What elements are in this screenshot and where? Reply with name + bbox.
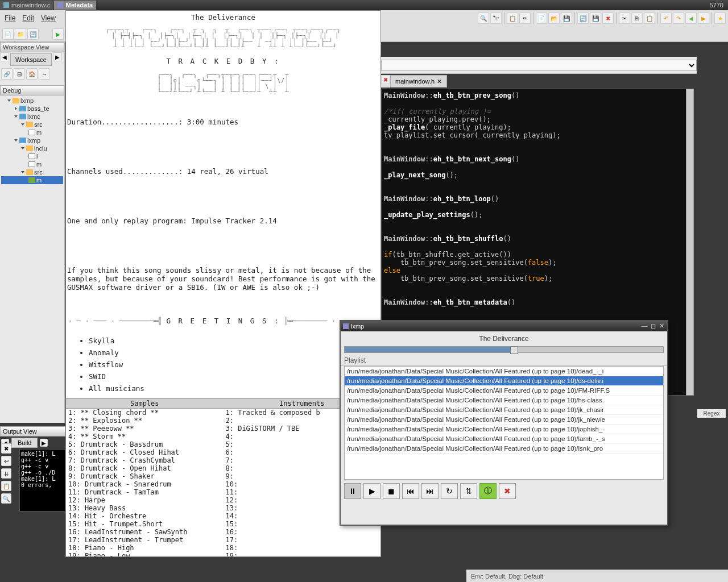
playlist-header: Playlist: [341, 355, 667, 366]
menu-file[interactable]: File: [5, 14, 15, 22]
lxmp-titlebar[interactable]: lxmp — ◻ ✕: [341, 321, 667, 331]
soundcard-note: If you think this song sounds slissy or …: [67, 266, 379, 292]
play-icon[interactable]: ▶: [52, 28, 64, 40]
table-row: 7: Drumtrack - CrashCymbal: [66, 456, 224, 464]
table-row: 18: Piano - High: [66, 544, 224, 552]
table-row: 8: Drumtrack - Open Hihat: [66, 464, 224, 472]
open-folder-icon[interactable]: 📂: [548, 13, 560, 24]
clear-icon[interactable]: ✖: [1, 443, 11, 454]
menu-view[interactable]: View: [41, 14, 56, 22]
back-icon[interactable]: ◀: [685, 13, 697, 24]
close-icon[interactable]: ✖: [602, 13, 614, 24]
app-icon: [57, 2, 63, 8]
build-output: make[1]: Lg++ -c vg++ -c vg++ -o ./Dmake…: [19, 449, 65, 512]
project-tree[interactable]: lxmp bass_te lxmc src m lxmp inclu l m s…: [0, 95, 64, 185]
forward-icon[interactable]: ▶: [698, 13, 709, 24]
paste-icon[interactable]: 📋: [644, 13, 655, 24]
symbol-dropdown-row: [381, 57, 697, 74]
play-button[interactable]: ▶: [363, 483, 380, 499]
debug-header: Debug: [0, 85, 64, 95]
metadata-button[interactable]: ⓘ: [479, 483, 497, 499]
loop-button[interactable]: ↻: [441, 483, 458, 499]
search-icon[interactable]: 🔍: [478, 13, 489, 24]
table-row: 13: Heavy Bass: [66, 504, 224, 512]
redo-icon[interactable]: ↷: [673, 13, 684, 24]
new-icon[interactable]: 📄: [2, 28, 14, 40]
bookmark-icon[interactable]: ★: [714, 13, 726, 24]
paste-icon[interactable]: 📋: [1, 481, 11, 491]
minimize-icon[interactable]: —: [641, 323, 648, 330]
close-icon[interactable]: ✕: [658, 323, 665, 330]
editor-tab[interactable]: mainwindow.h✕: [390, 75, 447, 88]
prev-button[interactable]: ⏮: [402, 483, 419, 499]
workspace-tab[interactable]: Workspace: [10, 53, 52, 66]
progress-bar[interactable]: [344, 346, 664, 353]
table-row: 1: ** Closing chord **: [66, 409, 224, 417]
close-tab-icon[interactable]: ✖: [381, 75, 390, 84]
table-row: 4: ** Storm **: [66, 433, 224, 440]
playlist-item[interactable]: /run/media/jonathan/Data/Special Music/C…: [345, 444, 663, 454]
ascii-art-title: ┌─┬─┐┬ ┌──┐ ┌──┐ ┬ ┐ ┐ ┬ ┌──┐ ┬──┐┌──┐ ┬…: [66, 24, 380, 53]
samples-column: Samples 1: ** Closing chord ** 2: ** Exp…: [66, 399, 224, 557]
table-row: 16: LeadInstrument - SawSynth: [66, 528, 224, 536]
app-icon: [343, 323, 349, 329]
cut-icon[interactable]: ✂: [619, 13, 630, 24]
nav-fwd-icon[interactable]: ▶: [53, 52, 62, 61]
samples-header: Samples: [66, 399, 224, 409]
search-icon[interactable]: 🔍: [1, 493, 11, 504]
playlist-item[interactable]: /run/media/jonathan/Data/Special Music/C…: [345, 425, 663, 434]
playlist-item[interactable]: /run/media/jonathan/Data/Special Music/C…: [345, 376, 663, 386]
table-row: 14: Hit - Orchestre: [66, 512, 224, 520]
goto-icon[interactable]: →: [39, 68, 50, 80]
menu-edit[interactable]: Edit: [22, 14, 34, 22]
nav-fwd-icon[interactable]: ▶: [40, 439, 48, 447]
scrollbar[interactable]: [686, 89, 694, 396]
playlist-item[interactable]: /run/media/jonathan/Data/Special Music/C…: [345, 434, 663, 444]
reload-icon[interactable]: 🔄: [27, 28, 39, 40]
binoculars-icon[interactable]: 🔭: [490, 13, 502, 24]
playlist-item[interactable]: /run/media/jonathan/Data/Special Music/C…: [345, 405, 663, 415]
window-tab-code[interactable]: mainwindow.c: [0, 1, 53, 10]
progress-handle[interactable]: [510, 346, 518, 354]
next-button[interactable]: ⏭: [421, 483, 439, 499]
collapse-icon[interactable]: ⊟: [14, 68, 25, 80]
link-icon[interactable]: 🔗: [1, 68, 13, 80]
save-icon[interactable]: 💾: [561, 13, 572, 24]
list-item: All musicians: [89, 384, 358, 393]
paste-icon[interactable]: 📋: [507, 13, 518, 24]
playlist-item[interactable]: /run/media/jonathan/Data/Special Music/C…: [345, 415, 663, 425]
program-line: One and only replay program: Impulse Tra…: [67, 217, 379, 225]
table-row: 12: Harpe: [66, 496, 224, 504]
window-tab-metadata[interactable]: Metadata: [54, 1, 96, 10]
remove-button[interactable]: ✖: [499, 483, 516, 499]
list-item: Skylla: [89, 336, 358, 345]
pause-button[interactable]: ⏸: [344, 483, 361, 499]
close-icon[interactable]: ✕: [437, 78, 442, 85]
playlist-item[interactable]: /run/media/jonathan/Data/Special Music/C…: [345, 386, 663, 396]
word-wrap-icon[interactable]: ↩: [1, 456, 11, 466]
stop-button[interactable]: ◼: [383, 483, 400, 499]
shuffle-button[interactable]: ⇅: [460, 483, 477, 499]
new-file-icon[interactable]: 📄: [536, 13, 547, 24]
scroll-icon[interactable]: ⇊: [1, 468, 11, 479]
playlist[interactable]: /run/media/jonathan/Data/Special Music/C…: [344, 366, 664, 480]
maximize-icon[interactable]: ◻: [650, 323, 656, 330]
home-icon[interactable]: 🏠: [26, 68, 38, 80]
workspace-header: Workspace View: [0, 42, 64, 52]
table-row: 6: Drumtrack - Closed Hihat: [66, 448, 224, 456]
symbol-dropdown[interactable]: [381, 60, 697, 71]
playlist-item[interactable]: /run/media/jonathan/Data/Special Music/C…: [345, 367, 663, 376]
folder-icon[interactable]: 📁: [15, 28, 26, 40]
reload-icon[interactable]: 🔄: [577, 13, 589, 24]
copy-icon[interactable]: ⎘: [631, 13, 643, 24]
undo-icon[interactable]: ↶: [660, 13, 672, 24]
channels-line: Channels used.............: 14 real, 26 …: [67, 167, 379, 176]
table-row: 17: LeadInstrument - Trumpet: [66, 536, 224, 544]
table-row: 16:: [224, 528, 381, 536]
nav-back-icon[interactable]: ◀: [0, 52, 9, 61]
highlight-icon[interactable]: ✏: [519, 13, 531, 24]
list-item: Anomaly: [89, 348, 358, 357]
playlist-item[interactable]: /run/media/jonathan/Data/Special Music/C…: [345, 396, 663, 405]
duration-line: Duration..................: 3:00 minutes: [67, 118, 379, 126]
save-all-icon[interactable]: 💾: [590, 13, 601, 24]
